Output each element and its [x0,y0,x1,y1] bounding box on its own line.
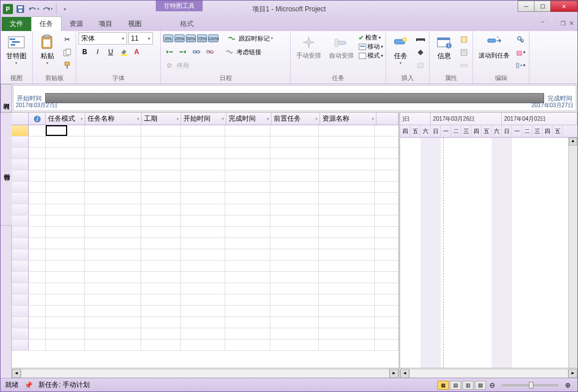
pct-0-button[interactable]: 0% [163,34,173,42]
tab-view[interactable]: 视图 [120,17,150,31]
clear-button[interactable]: ▾ [514,46,527,59]
fill-color-button[interactable] [117,46,130,58]
notes-button[interactable] [458,33,470,46]
col-finish[interactable]: 完成时间▾ [226,113,272,125]
table-row[interactable] [12,238,399,249]
undo-button[interactable]: ▾ [28,3,40,15]
maximize-button[interactable]: ☐ [534,1,551,12]
link-button[interactable] [190,46,203,58]
unlink-button[interactable] [204,46,216,58]
details-button[interactable] [458,46,470,59]
gantt-day[interactable]: 一 [512,125,522,137]
col-predecessors[interactable]: 前置任务▾ [272,113,320,125]
qat-customize[interactable]: ▾ [59,3,71,15]
table-row[interactable] [12,306,399,317]
font-size-combo[interactable]: 11▾ [128,32,153,45]
tab-file[interactable]: 文件 [2,17,31,31]
split-icon[interactable]: ⊘ [163,59,176,72]
minimize-ribbon-icon[interactable]: ⌃ [540,20,545,27]
gantt-day[interactable]: 二 [451,125,461,137]
gantt-week-partial[interactable]: )日 [400,113,431,125]
pin-icon[interactable]: 📌 [24,381,33,389]
gantt-day[interactable]: 五 [410,125,421,137]
pct-100-button[interactable]: 100% [208,34,218,42]
col-duration[interactable]: 工期▾ [142,113,181,125]
active-cell[interactable] [46,125,67,136]
minimize-button[interactable]: ─ [518,1,535,12]
gantt-day[interactable]: 日 [431,125,441,137]
gantt-day[interactable]: 四 [400,125,410,137]
col-add-new[interactable] [376,113,399,125]
gantt-vscroll[interactable]: ▲ [568,138,577,368]
add-to-timeline-button[interactable] [458,59,470,72]
table-row[interactable] [12,136,399,148]
indent-button[interactable] [177,46,189,58]
summary-button[interactable] [414,33,427,46]
bold-button[interactable]: B [78,46,91,58]
gantt-week-2[interactable]: 2017年04月02日 [502,113,577,125]
table-row[interactable] [12,182,399,193]
gantt-day[interactable]: 三 [461,125,471,137]
close-button[interactable]: ✕ [550,1,577,12]
table-row[interactable] [12,340,399,351]
font-name-combo[interactable]: 宋体▾ [78,32,127,45]
gantt-side-tab[interactable]: 甘特图 [1,113,12,226]
tab-format[interactable]: 格式 [172,17,202,31]
inspect-button[interactable]: ✔检查▾ [358,33,383,42]
gantt-body[interactable]: ▲ [400,138,577,368]
copy-button[interactable] [61,46,73,59]
table-row[interactable] [12,294,399,306]
timeline-side-tab[interactable]: 时间表 [1,84,12,112]
fill-button[interactable]: ▾ [514,59,527,72]
view-usage-button[interactable]: ▤ [450,381,461,390]
move-button[interactable]: 移动▾ [358,42,383,51]
gantt-day[interactable]: 二 [522,125,532,137]
underline-button[interactable]: U [104,46,117,58]
find-button[interactable] [514,33,527,46]
col-resources[interactable]: 资源名称▾ [320,113,376,125]
table-row[interactable] [12,227,399,238]
inactivate-icon[interactable] [223,46,235,58]
col-start[interactable]: 开始时间▾ [181,113,226,125]
milestone-button[interactable] [414,46,427,59]
tab-resource[interactable]: 资源 [62,17,91,31]
respect-links-button[interactable] [225,32,238,45]
manual-schedule-button[interactable]: 手动安排 [293,32,325,61]
col-task-mode[interactable]: 任务模式▾ [46,113,85,125]
format-painter-button[interactable] [61,59,73,72]
pct-75-button[interactable]: 75% [197,34,207,42]
col-indicators[interactable]: i [29,113,46,125]
gantt-day[interactable]: 六 [421,125,431,137]
window-restore-icon[interactable]: ❐ [561,20,566,27]
gantt-day[interactable]: 三 [532,125,542,137]
task-insert-button[interactable]: 任务▾ [388,32,413,67]
table-row[interactable] [12,328,399,340]
timeline[interactable]: 开始时间 2017年03月27日 完成时间 2017年03月27日 [13,85,576,111]
gantt-day[interactable]: 四 [471,125,481,137]
save-button[interactable] [14,3,27,15]
gantt-week-1[interactable]: 2017年03月26日 [431,113,502,125]
table-row[interactable] [12,204,399,215]
cut-button[interactable]: ✂ [61,33,73,46]
timeline-bar[interactable] [45,93,544,103]
table-row[interactable] [12,148,399,159]
zoom-slider[interactable] [502,384,558,386]
redo-button[interactable]: ▾ [41,3,54,15]
status-new-task[interactable]: 新任务: 手动计划 [38,380,90,390]
paste-button[interactable]: 粘贴▾ [35,32,60,67]
tab-project[interactable]: 项目 [91,17,120,31]
view-resource-button[interactable]: ▨ [475,381,486,390]
grid-body[interactable] [12,125,399,368]
table-row[interactable] [12,261,399,272]
auto-schedule-button[interactable]: 自动安排 [326,32,357,61]
table-row[interactable] [12,249,399,261]
table-row[interactable] [12,283,399,294]
outdent-button[interactable] [163,46,176,58]
gantt-day[interactable]: 一 [441,125,451,137]
table-row[interactable] [12,317,399,328]
table-row[interactable] [12,193,399,204]
view-team-button[interactable]: ▥ [462,381,474,390]
gantt-day[interactable]: 四 [542,125,553,137]
pct-25-button[interactable]: 25% [174,34,185,42]
zoom-in-button[interactable]: ⊕ [563,381,573,389]
